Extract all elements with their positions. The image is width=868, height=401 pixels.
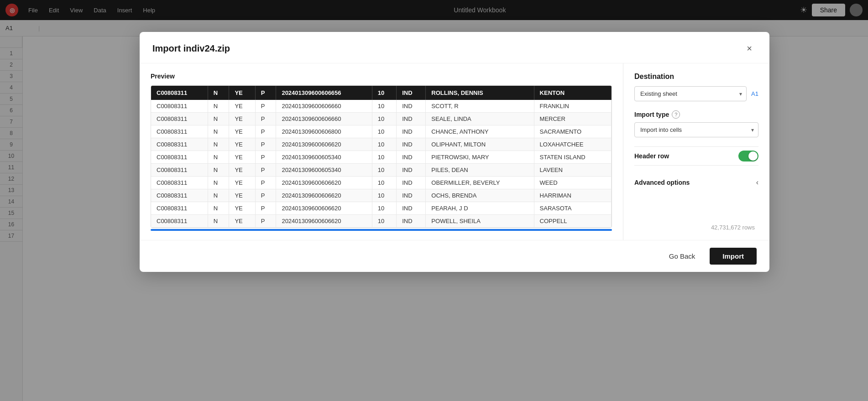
table-cell-9-1: N	[208, 215, 229, 228]
table-cell-8-7: PEARAH, J D	[426, 202, 534, 215]
destination-row: Existing sheet New sheet ▾ A1	[634, 86, 758, 101]
table-cell-6-8: WEED	[534, 177, 611, 189]
table-cell-9-4: 202401309600606620	[276, 215, 372, 228]
col-header-3: P	[255, 86, 276, 100]
table-cell-8-5: 10	[372, 202, 396, 215]
table-cell-8-0: C00808311	[151, 202, 208, 215]
table-row: C00808311NYEP20240130960060662010INDPEAR…	[151, 202, 612, 215]
table-cell-2-6: IND	[397, 125, 426, 138]
modal-body: Preview C00808311 N YE P 202401309600606…	[140, 63, 769, 240]
table-cell-6-0: C00808311	[151, 177, 208, 189]
table-cell-3-6: IND	[397, 138, 426, 151]
table-cell-8-2: YE	[229, 202, 255, 215]
toggle-slider	[738, 151, 758, 161]
preview-panel: Preview C00808311 N YE P 202401309600606…	[140, 63, 623, 240]
table-row: C00808311NYEP20240130960060680010INDCHAN…	[151, 125, 612, 138]
table-cell-1-1: N	[208, 113, 229, 125]
table-cell-7-0: C00808311	[151, 189, 208, 202]
table-cell-4-7: PIETROWSKI, MARY	[426, 151, 534, 164]
import-modal: Import indiv24.zip × Preview C00808311 N…	[140, 32, 769, 272]
go-back-button[interactable]: Go Back	[660, 248, 705, 265]
table-cell-2-8: SACRAMENTO	[534, 125, 611, 138]
preview-table-wrapper[interactable]: C00808311 N YE P 20240130960060665​6 10 …	[151, 85, 612, 228]
import-type-label: Import type	[634, 111, 669, 118]
import-type-header: Import type ?	[634, 110, 758, 119]
sheet-select[interactable]: Existing sheet New sheet	[634, 86, 747, 101]
table-cell-5-2: YE	[229, 164, 255, 177]
help-icon[interactable]: ?	[672, 110, 680, 119]
table-cell-4-8: STATEN ISLAND	[534, 151, 611, 164]
table-cell-2-0: C00808311	[151, 125, 208, 138]
table-cell-5-0: C00808311	[151, 164, 208, 177]
table-cell-0-6: IND	[397, 100, 426, 113]
table-cell-7-5: 10	[372, 189, 396, 202]
table-cell-1-6: IND	[397, 113, 426, 125]
table-row: C00808311NYEP20240130960060666010INDSCOT…	[151, 100, 612, 113]
table-cell-4-5: 10	[372, 151, 396, 164]
table-cell-6-2: YE	[229, 177, 255, 189]
table-cell-3-1: N	[208, 138, 229, 151]
import-button[interactable]: Import	[710, 248, 757, 265]
table-cell-9-3: P	[255, 215, 276, 228]
table-cell-0-2: YE	[229, 100, 255, 113]
table-cell-6-6: IND	[397, 177, 426, 189]
table-cell-5-3: P	[255, 164, 276, 177]
table-cell-0-3: P	[255, 100, 276, 113]
right-panel: Destination Existing sheet New sheet ▾ A…	[623, 63, 769, 240]
table-cell-0-1: N	[208, 100, 229, 113]
table-cell-6-1: N	[208, 177, 229, 189]
table-cell-0-4: 202401309600606660	[276, 100, 372, 113]
table-row: C00808311NYEP20240130960060666010INDSEAL…	[151, 113, 612, 125]
table-cell-8-3: P	[255, 202, 276, 215]
col-header-6: IND	[397, 86, 426, 100]
table-cell-7-3: P	[255, 189, 276, 202]
table-cell-3-8: LOXAHATCHEE	[534, 138, 611, 151]
import-type-select[interactable]: Import into cells Replace spreadsheet Ap…	[634, 122, 758, 137]
table-cell-0-5: 10	[372, 100, 396, 113]
table-cell-8-1: N	[208, 202, 229, 215]
advanced-options-section[interactable]: Advanced options ‹	[634, 175, 758, 190]
table-cell-4-1: N	[208, 151, 229, 164]
modal-title: Import indiv24.zip	[152, 43, 230, 54]
cell-link[interactable]: A1	[751, 90, 758, 97]
table-row: C00808311NYEP20240130960060534010INDPILE…	[151, 164, 612, 177]
table-cell-4-6: IND	[397, 151, 426, 164]
header-row-section: Header row	[634, 146, 758, 166]
table-cell-5-8: LAVEEN	[534, 164, 611, 177]
col-header-4: 20240130960060665​6	[276, 86, 372, 100]
table-cell-5-6: IND	[397, 164, 426, 177]
destination-title: Destination	[634, 73, 758, 81]
table-cell-5-1: N	[208, 164, 229, 177]
table-cell-6-7: OBERMILLER, BEVERLY	[426, 177, 534, 189]
rows-count: 42,731,672 rows	[634, 224, 758, 231]
table-row: C00808311NYEP20240130960060662010INDPOWE…	[151, 215, 612, 228]
destination-section: Destination Existing sheet New sheet ▾ A…	[634, 73, 758, 101]
table-cell-4-4: 202401309600605340	[276, 151, 372, 164]
table-cell-3-0: C00808311	[151, 138, 208, 151]
col-header-8: KENTON	[534, 86, 611, 100]
table-row: C00808311NYEP20240130960060662010INDOLIP…	[151, 138, 612, 151]
header-row-label: Header row	[634, 152, 669, 160]
table-cell-9-7: POWELL, SHEILA	[426, 215, 534, 228]
advanced-options-label: Advanced options	[634, 179, 690, 186]
table-cell-2-5: 10	[372, 125, 396, 138]
preview-table: C00808311 N YE P 20240130960060665​6 10 …	[151, 86, 612, 228]
col-header-2: YE	[229, 86, 255, 100]
table-cell-7-4: 202401309600606620	[276, 189, 372, 202]
table-cell-6-4: 202401309600606620	[276, 177, 372, 189]
col-header-1: N	[208, 86, 229, 100]
close-button[interactable]: ×	[742, 41, 757, 56]
table-cell-4-0: C00808311	[151, 151, 208, 164]
header-row-toggle[interactable]	[738, 151, 758, 161]
table-cell-1-3: P	[255, 113, 276, 125]
preview-label: Preview	[151, 73, 612, 80]
table-cell-8-6: IND	[397, 202, 426, 215]
table-cell-0-0: C00808311	[151, 100, 208, 113]
import-type-section: Import type ? Import into cells Replace …	[634, 110, 758, 137]
table-cell-9-5: 10	[372, 215, 396, 228]
col-header-5: 10	[372, 86, 396, 100]
table-cell-6-5: 10	[372, 177, 396, 189]
table-cell-7-2: YE	[229, 189, 255, 202]
table-cell-5-7: PILES, DEAN	[426, 164, 534, 177]
table-cell-9-2: YE	[229, 215, 255, 228]
